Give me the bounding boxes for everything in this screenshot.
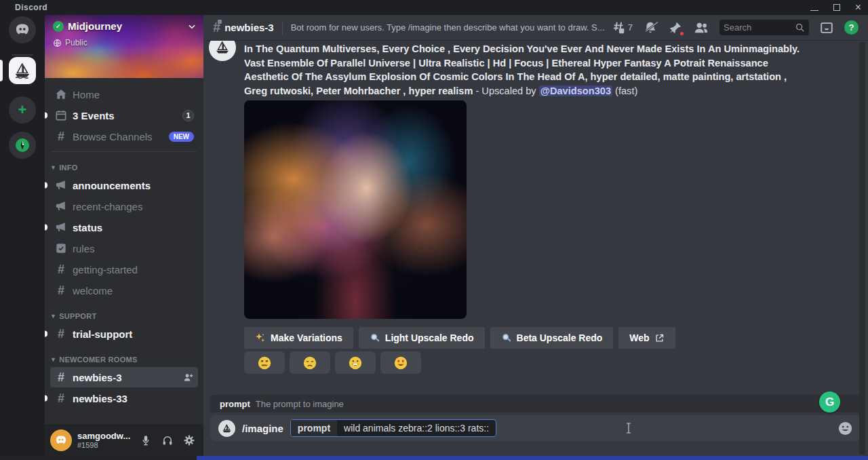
server-rail: +	[0, 15, 45, 456]
discord-home-button[interactable]	[9, 16, 36, 43]
grammarly-icon[interactable]: G	[819, 391, 840, 413]
web-button[interactable]: Web	[618, 327, 675, 349]
threads-button[interactable]: 7	[611, 20, 633, 35]
user-avatar[interactable]	[50, 429, 72, 451]
discord-logo-icon	[54, 434, 68, 447]
add-server-button[interactable]: +	[9, 96, 36, 123]
hashtag-chat-icon: #	[54, 392, 68, 404]
chevron-down-icon: ▼	[50, 164, 56, 171]
house-icon	[54, 88, 68, 101]
reaction-heart-eyes[interactable]	[380, 351, 421, 374]
slash-option-bar[interactable]: prompt The prompt to imagine	[210, 395, 861, 413]
megaphone-icon	[54, 199, 68, 213]
server-banner[interactable]: ✓ Midjourney Public	[45, 15, 203, 78]
sidebar-channel-recent-changes[interactable]: recent-changes	[50, 196, 198, 216]
sidebar-channel-status[interactable]: status	[50, 217, 198, 237]
sidebar-item-home[interactable]: Home	[50, 84, 198, 104]
chevron-down-icon	[187, 22, 197, 31]
threads-hash-icon	[611, 20, 626, 35]
unread-pill	[45, 331, 47, 337]
search-input[interactable]	[724, 22, 792, 33]
megaphone-icon	[54, 221, 68, 234]
username: samgoodw...	[77, 431, 130, 441]
hash-magnifier-icon: #	[54, 130, 68, 142]
hashtag-icon: #	[54, 263, 68, 275]
maximize-button[interactable]	[833, 1, 840, 14]
message-actions: Make Variations Light Upscale Redo Beta …	[244, 327, 675, 349]
minimize-button[interactable]	[810, 1, 818, 14]
upscaled-by-text: - Upscaled by	[473, 85, 538, 96]
sidebar-channel-newbies-33[interactable]: # newbies-33	[50, 388, 198, 408]
megaphone-icon	[54, 178, 68, 192]
server-header[interactable]: ✓ Midjourney	[53, 20, 197, 32]
sidebar-channel-getting-started[interactable]: # getting-started	[50, 259, 198, 280]
sidebar-channel-newbies-3[interactable]: # newbies-3	[50, 367, 198, 387]
channel-header: # newbies-3 Bot room for new users. Type…	[203, 15, 868, 41]
pill-value[interactable]: wild animals zebra::2 lions::3 rats::	[337, 423, 496, 434]
make-variations-button[interactable]: Make Variations	[244, 327, 353, 349]
deafen-button[interactable]	[159, 432, 176, 449]
disappointed-face-emoji	[302, 356, 317, 370]
upscaled-image[interactable]	[244, 100, 467, 319]
channel-topic[interactable]: Bot room for new users. Type /imagine th…	[291, 22, 605, 33]
channel-sidebar: ✓ Midjourney Public Home 3 Events	[45, 15, 203, 456]
light-upscale-redo-button[interactable]: Light Upscale Redo	[359, 327, 485, 349]
main-content: # newbies-3 Bot room for new users. Type…	[203, 15, 868, 456]
help-button[interactable]: ?	[844, 20, 859, 35]
pinned-messages-button[interactable]	[668, 20, 683, 35]
search-box[interactable]	[719, 20, 809, 35]
sidebar-channel-rules[interactable]: rules	[50, 238, 198, 258]
close-button[interactable]: ×	[855, 2, 861, 13]
smiley-icon	[837, 421, 853, 436]
channel-list: Home 3 Events 1 # Browse Channels NEW ▼ …	[45, 78, 203, 424]
inbox-button[interactable]	[819, 20, 834, 35]
compass-icon	[14, 137, 31, 153]
sidebar-divider	[52, 151, 197, 152]
reaction-disappointed[interactable]	[290, 351, 330, 374]
sidebar-item-browse-channels[interactable]: # Browse Channels NEW	[50, 126, 198, 147]
rules-checklist-icon	[54, 242, 68, 255]
reaction-grinning[interactable]	[335, 351, 376, 374]
category-info[interactable]: ▼ INFO	[50, 161, 198, 174]
unread-pill	[45, 396, 47, 402]
message-text: In The Quantum Multiverses, Every Choice…	[244, 42, 800, 98]
chat-scrollbar[interactable]	[859, 42, 865, 455]
explore-servers-button[interactable]	[9, 132, 36, 159]
prompt-option-pill[interactable]: prompt wild animals zebra::2 lions::3 ra…	[290, 419, 496, 437]
sidebar-channel-welcome[interactable]: # welcome	[50, 280, 198, 301]
invite-person-icon[interactable]	[182, 372, 194, 383]
sidebar-item-events[interactable]: 3 Events 1	[50, 105, 198, 126]
members-icon	[693, 20, 709, 35]
category-support[interactable]: ▼ SUPPORT	[50, 310, 198, 322]
slash-command: /imagine	[242, 423, 283, 434]
sailboat-icon	[221, 423, 233, 434]
events-count-badge: 1	[182, 110, 194, 121]
option-description: The prompt to imagine	[256, 399, 344, 409]
user-info[interactable]: samgoodw... #1598	[77, 431, 130, 450]
member-list-button[interactable]	[693, 20, 709, 35]
magnifier-icon	[501, 332, 512, 343]
user-mention[interactable]: @Davidson303	[539, 85, 612, 96]
imagine-bot-avatar	[218, 420, 235, 437]
reaction-confounded[interactable]	[244, 351, 285, 374]
beta-upscale-redo-button[interactable]: Beta Upscale Redo	[490, 327, 614, 349]
magnifier-icon	[370, 332, 380, 343]
emoji-picker-button[interactable]	[837, 421, 853, 436]
midjourney-server-button[interactable]	[9, 57, 36, 84]
header-divider	[282, 21, 283, 35]
message-input[interactable]: /imagine prompt wild animals zebra::2 li…	[210, 415, 861, 441]
new-badge: NEW	[169, 132, 194, 142]
server-visibility-label: Public	[65, 38, 87, 47]
bottom-edge-blue	[197, 456, 868, 460]
gear-icon	[183, 434, 195, 446]
external-link-icon	[654, 333, 665, 343]
notifications-muted-button[interactable]	[643, 20, 658, 35]
category-newcomer-rooms[interactable]: ▼ NEWCOMER ROOMS	[50, 353, 198, 366]
bottom-edge	[0, 456, 868, 460]
reaction-row	[244, 351, 421, 374]
user-discriminator: #1598	[77, 441, 130, 450]
sidebar-channel-trial-support[interactable]: # trial-support	[50, 324, 198, 344]
mute-mic-button[interactable]	[137, 432, 155, 449]
sidebar-channel-announcements[interactable]: announcements	[50, 175, 198, 195]
user-settings-button[interactable]	[180, 432, 198, 449]
